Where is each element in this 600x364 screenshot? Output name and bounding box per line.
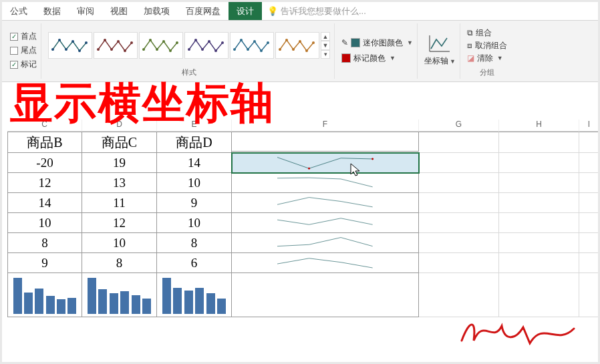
axis-label: 坐标轴: [424, 56, 448, 65]
cell[interactable]: [232, 132, 419, 152]
cell[interactable]: 12: [82, 213, 157, 233]
header-cell[interactable]: 商品C: [82, 132, 157, 153]
cell[interactable]: [232, 273, 419, 317]
svg-point-25: [240, 39, 243, 41]
chk-marker[interactable]: ✓标记: [10, 59, 37, 70]
cell[interactable]: [499, 233, 579, 253]
cell[interactable]: [499, 132, 579, 153]
group-button[interactable]: ⧉组合: [467, 27, 507, 39]
tab-design[interactable]: 设计: [229, 2, 262, 20]
cell[interactable]: 10: [82, 233, 157, 253]
cell-selected[interactable]: [232, 153, 419, 173]
style-thumb-2[interactable]: [94, 32, 138, 59]
cell[interactable]: [579, 273, 599, 317]
cell[interactable]: 14: [7, 193, 82, 213]
cell[interactable]: [579, 233, 599, 253]
cell[interactable]: [579, 153, 599, 173]
header-cell[interactable]: 商品B: [7, 132, 82, 153]
cell[interactable]: [419, 253, 499, 273]
cell[interactable]: [232, 173, 419, 193]
tell-me-label: 告诉我您想要做什么...: [281, 5, 366, 17]
cell[interactable]: [419, 173, 499, 193]
cell[interactable]: 11: [82, 193, 157, 213]
cell[interactable]: 10: [157, 213, 232, 233]
svg-point-13: [149, 39, 152, 41]
bar-sparkline[interactable]: [82, 273, 157, 317]
cell[interactable]: [579, 253, 599, 273]
tab-data[interactable]: 数据: [35, 2, 69, 20]
style-thumb-6[interactable]: [275, 32, 319, 59]
clear-button[interactable]: ◪清除▼: [467, 53, 507, 64]
cell[interactable]: 10: [7, 213, 82, 233]
cell[interactable]: [419, 233, 499, 253]
overlay-annotation: 显示横坐标轴: [10, 74, 275, 132]
cell[interactable]: 8: [7, 233, 82, 253]
line-sparkline-icon: [239, 155, 411, 171]
cell[interactable]: [499, 193, 579, 213]
col-G[interactable]: G: [419, 120, 499, 132]
tab-fx[interactable]: 公式: [2, 2, 35, 20]
marker-color-btn[interactable]: 标记颜色▼: [341, 53, 396, 64]
cell[interactable]: [232, 233, 419, 253]
cell[interactable]: [499, 213, 579, 233]
cell[interactable]: 12: [7, 173, 82, 193]
svg-point-21: [208, 40, 210, 43]
cell[interactable]: 14: [157, 153, 232, 173]
cell[interactable]: [419, 153, 499, 173]
sparkline-color-btn[interactable]: ✎迷你图颜色▼: [341, 37, 413, 49]
cell[interactable]: 6: [157, 253, 232, 273]
style-thumb-1[interactable]: [48, 32, 92, 59]
cell[interactable]: 8: [82, 253, 157, 273]
style-thumb-3[interactable]: [139, 32, 183, 59]
chk-first[interactable]: ✓首点: [10, 31, 37, 42]
col-H[interactable]: H: [499, 120, 579, 132]
tab-view[interactable]: 视图: [102, 2, 136, 20]
ungroup-button[interactable]: ⧈取消组合: [467, 40, 507, 51]
cell[interactable]: 9: [7, 253, 82, 273]
group-axis: 坐标轴▼: [420, 23, 460, 79]
cell[interactable]: 10: [157, 173, 232, 193]
style-thumb-4[interactable]: [184, 32, 229, 59]
group-styles: ▲▼▾ 样式: [44, 23, 335, 79]
cell[interactable]: [499, 273, 579, 317]
cell[interactable]: [419, 193, 499, 213]
cell[interactable]: [419, 273, 499, 317]
cell[interactable]: [232, 213, 419, 233]
chk-last[interactable]: 尾点: [10, 45, 37, 56]
tell-me[interactable]: 💡 告诉我您想要做什么...: [267, 5, 366, 17]
svg-point-8: [110, 48, 113, 51]
tab-review[interactable]: 审阅: [69, 2, 102, 20]
cell[interactable]: [499, 253, 579, 273]
header-cell[interactable]: 商品D: [157, 132, 232, 153]
svg-point-33: [299, 40, 301, 43]
cell[interactable]: [232, 253, 419, 273]
style-thumb-5[interactable]: [230, 32, 274, 59]
style-gallery[interactable]: ▲▼▾: [48, 32, 330, 59]
axis-button[interactable]: 坐标轴▼: [424, 34, 456, 67]
cell[interactable]: 19: [82, 153, 157, 173]
tab-baidu[interactable]: 百度网盘: [178, 2, 229, 20]
cell[interactable]: [499, 153, 579, 173]
cell[interactable]: [419, 132, 499, 153]
cell[interactable]: [579, 193, 599, 213]
col-I[interactable]: I: [579, 120, 599, 132]
group-show: ✓首点 尾点 ✓标记: [6, 23, 41, 79]
cell[interactable]: 13: [82, 173, 157, 193]
cell[interactable]: [232, 193, 419, 213]
bar-sparkline[interactable]: [157, 273, 232, 317]
gallery-more[interactable]: ▲▼▾: [321, 32, 330, 59]
cell[interactable]: [579, 213, 599, 233]
cell[interactable]: 8: [157, 233, 232, 253]
tab-addin[interactable]: 加载项: [136, 2, 178, 20]
cell[interactable]: [579, 173, 599, 193]
cell[interactable]: [499, 173, 579, 193]
svg-point-22: [214, 49, 217, 52]
svg-point-1: [58, 39, 61, 41]
cell[interactable]: 9: [157, 193, 232, 213]
svg-point-27: [253, 40, 256, 43]
cell[interactable]: [579, 132, 599, 153]
bar-sparkline[interactable]: [7, 273, 82, 317]
cell[interactable]: [419, 213, 499, 233]
svg-point-5: [85, 41, 88, 44]
cell[interactable]: -20: [7, 153, 82, 173]
